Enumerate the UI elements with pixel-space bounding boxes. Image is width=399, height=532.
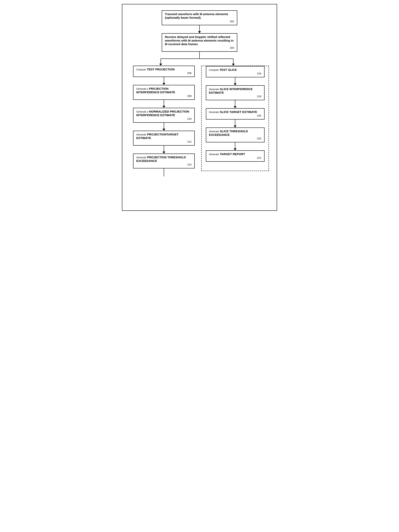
- box-206-title: TEST PROJECTION: [147, 68, 175, 71]
- box-210-label: Generate a: [136, 110, 148, 113]
- left-bottom-line: [164, 168, 164, 176]
- box-240-num: 240: [209, 114, 261, 117]
- box-222-num: 222: [209, 156, 261, 159]
- box-222-title: TARGET REPORT: [220, 152, 245, 156]
- arrow-220-222: [234, 142, 236, 150]
- arrow-240-220: [234, 120, 236, 127]
- box-216-title: TEST SLICE: [220, 68, 237, 71]
- col-right: Compute TEST SLICE 216 Generate SLICE IN…: [200, 66, 271, 171]
- box-218: Generate SLICE INTERFERENCE ESTIMATE 218: [206, 85, 265, 100]
- box-214-label: Generate: [136, 156, 146, 159]
- split-arrow-svg: [122, 52, 277, 66]
- box-218-num: 218: [209, 95, 261, 98]
- box-204: Receive delayed and Doppler shifted refl…: [162, 33, 237, 52]
- dashed-container: Compute TEST SLICE 216 Generate SLICE IN…: [201, 66, 269, 171]
- arrow-208-210: [163, 100, 165, 108]
- box-206-num: 206: [136, 72, 191, 75]
- box-212-num: 212: [136, 140, 191, 143]
- box-216: Compute TEST SLICE 216: [206, 66, 265, 77]
- svg-marker-5: [232, 64, 235, 66]
- box-208-num: 208: [136, 95, 191, 97]
- page: Transmit waveform with M antenna element…: [122, 4, 277, 211]
- svg-marker-3: [159, 64, 162, 66]
- arrow-216-218: [234, 77, 236, 85]
- two-col-section: Compute TEST PROJECTION 206 Generate a P…: [128, 66, 271, 176]
- flowchart: Transmit waveform with M antenna element…: [128, 10, 271, 176]
- box-212-label: Generate: [136, 133, 146, 136]
- arrow-210-212: [163, 123, 165, 131]
- box-208: Generate a PROJECTION INTERFERENCE ESTIM…: [133, 85, 195, 100]
- box-216-label: Compute: [209, 69, 219, 71]
- arrow-202-204: [198, 25, 201, 33]
- col-left: Compute TEST PROJECTION 206 Generate a P…: [128, 66, 200, 176]
- box-210: Generate a NORMALIZED PROJECTION INTERFE…: [133, 108, 195, 123]
- arrow-212-214: [163, 146, 165, 153]
- box-204-num: 204: [165, 46, 234, 49]
- box-214-num: 214: [136, 163, 191, 166]
- box-204-title: Receive delayed and Doppler shifted refl…: [165, 35, 234, 46]
- box-210-num: 210: [136, 117, 191, 120]
- arrow-218-240: [234, 100, 236, 108]
- box-240-title: SLICE TARGET ESTIMATE: [220, 110, 257, 114]
- box-202-num: 202: [165, 20, 234, 23]
- box-216-num: 216: [209, 72, 261, 75]
- box-202: Transmit waveform with M antenna element…: [162, 10, 237, 25]
- box-240: Generate SLICE TARGET ESTIMATE 240: [206, 108, 265, 120]
- box-202-title: Transmit waveform with M antenna element…: [165, 12, 228, 19]
- box-206-label: Compute: [136, 68, 146, 71]
- box-218-label: Generate: [209, 88, 219, 91]
- box-222-label: Generate: [209, 153, 219, 156]
- arrow-206-208: [163, 77, 165, 85]
- box-222: Generate TARGET REPORT 222: [206, 150, 265, 162]
- box-220-label: Generate: [209, 130, 219, 133]
- box-208-label: Generate a: [136, 88, 148, 90]
- box-212: Generate PROJECTIONTARGET ESTIMATE 212: [133, 131, 195, 146]
- box-220-num: 220: [209, 137, 261, 140]
- box-220: Generate SLICE THRESHOLD EXCEEDANCE 220: [206, 127, 265, 142]
- box-206: Compute TEST PROJECTION 206: [133, 66, 195, 77]
- box-214: Generate PROJECTION THRESHOLD EXCEEDANCE…: [133, 153, 195, 168]
- box-240-label: Generate: [209, 111, 219, 114]
